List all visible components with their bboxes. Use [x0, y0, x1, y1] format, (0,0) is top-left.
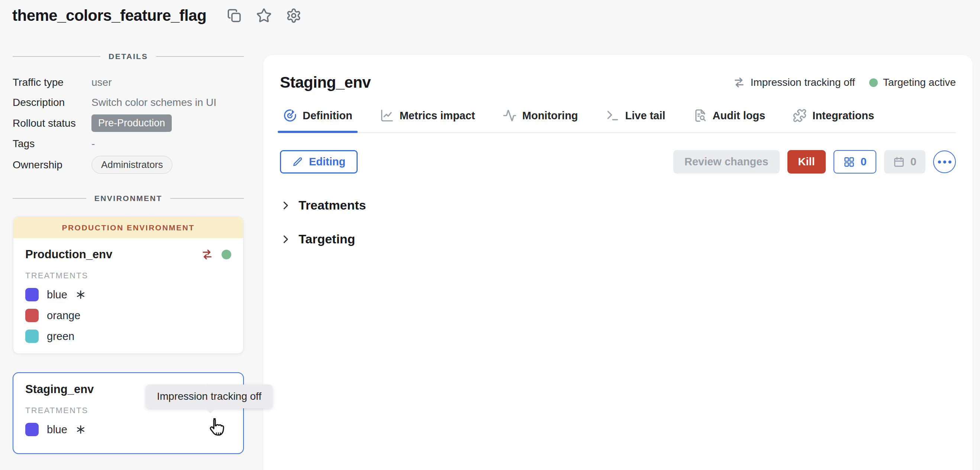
header-actions [226, 8, 302, 24]
document-search-icon [693, 108, 707, 122]
review-changes-button[interactable]: Review changes [673, 150, 780, 173]
detail-row-traffic-type: Traffic type user [13, 74, 244, 91]
treatments-heading: TREATMENTS [25, 271, 231, 281]
page-header: theme_colors_feature_flag [12, 7, 302, 24]
targeting-active-dot [869, 78, 878, 87]
status-indicators: Impression tracking off Targeting active [733, 76, 956, 89]
impression-tracking-status: Impression tracking off [733, 76, 855, 89]
environment-card-production[interactable]: PRODUCTION ENVIRONMENT Production_env TR… [13, 216, 244, 354]
terminal-icon [606, 108, 620, 122]
targeting-status: Targeting active [869, 76, 956, 89]
detail-row-ownership: Ownership Administrators [13, 156, 244, 174]
more-actions-button[interactable] [933, 151, 956, 173]
treatment-row: blue [25, 423, 231, 436]
tab-integrations[interactable]: Integrations [790, 108, 877, 132]
ownership-chip[interactable]: Administrators [91, 156, 172, 174]
detail-row-rollout-status: Rollout status Pre-Production [13, 114, 244, 132]
puzzle-icon [792, 108, 807, 122]
production-environment-banner: PRODUCTION ENVIRONMENT [13, 217, 243, 238]
scheduled-changes-count-button[interactable]: 0 [884, 150, 925, 173]
rollout-status-badge: Pre-Production [91, 114, 172, 132]
calendar-icon [893, 156, 905, 168]
details-heading: DETAILS [13, 52, 244, 61]
chevron-right-icon [280, 234, 291, 245]
hand-cursor [207, 417, 226, 440]
impression-tracking-icon[interactable] [201, 249, 213, 260]
tab-definition[interactable]: Definition [280, 108, 355, 132]
targeting-active-dot [221, 250, 231, 259]
chevron-right-icon [280, 200, 291, 211]
environment-heading: ENVIRONMENT [13, 194, 244, 203]
page-title: theme_colors_feature_flag [12, 7, 206, 24]
tab-live-tail[interactable]: Live tail [603, 108, 668, 132]
divider [170, 198, 244, 199]
environment-detail-panel: Staging_env Impression tracking off Targ… [263, 55, 972, 470]
treatments-section-toggle[interactable]: Treatments [280, 198, 956, 213]
divider [156, 56, 244, 57]
copy-icon[interactable] [226, 8, 242, 24]
default-treatment-asterisk-icon [75, 289, 86, 300]
pending-changes-count-button[interactable]: 0 [834, 150, 876, 173]
tab-monitoring[interactable]: Monitoring [500, 108, 581, 132]
divider [13, 198, 86, 199]
tab-metrics-impact[interactable]: Metrics impact [377, 108, 478, 132]
line-chart-icon [380, 108, 394, 122]
toolbar: Editing Review changes Kill 0 [280, 150, 956, 173]
tab-audit-logs[interactable]: Audit logs [690, 108, 768, 132]
treatment-swatch [25, 423, 39, 436]
editing-button[interactable]: Editing [280, 150, 358, 173]
impression-tracking-icon [733, 77, 745, 88]
environment-panel-title: Staging_env [280, 73, 371, 91]
pulse-icon [503, 108, 517, 122]
ellipsis-icon [938, 160, 941, 164]
detail-row-tags: Tags - [13, 136, 244, 152]
feature-flag-page: theme_colors_feature_flag DETAILS Traffi… [0, 0, 980, 470]
gear-icon[interactable] [286, 8, 302, 24]
divider [13, 56, 100, 57]
treatment-row: green [25, 330, 231, 343]
star-icon[interactable] [256, 8, 272, 24]
targeting-section-toggle[interactable]: Targeting [280, 232, 956, 246]
treatment-swatch [25, 309, 39, 322]
target-dart-icon [283, 108, 297, 122]
treatment-swatch [25, 330, 39, 343]
treatment-row: orange [25, 309, 231, 322]
kill-button[interactable]: Kill [788, 150, 826, 173]
detail-row-description: Description Switch color schemes in UI [13, 94, 244, 111]
pencil-icon [292, 156, 303, 168]
treatment-swatch [25, 288, 39, 301]
grid-icon [843, 156, 855, 168]
tab-bar: Definition Metrics impact Monitoring Liv… [280, 108, 956, 133]
treatment-row: blue [25, 288, 231, 301]
environment-name: Production_env [25, 248, 112, 261]
impression-tracking-tooltip: Impression tracking off [146, 384, 272, 408]
environment-name: Staging_env [25, 383, 94, 396]
default-treatment-asterisk-icon [75, 424, 86, 435]
